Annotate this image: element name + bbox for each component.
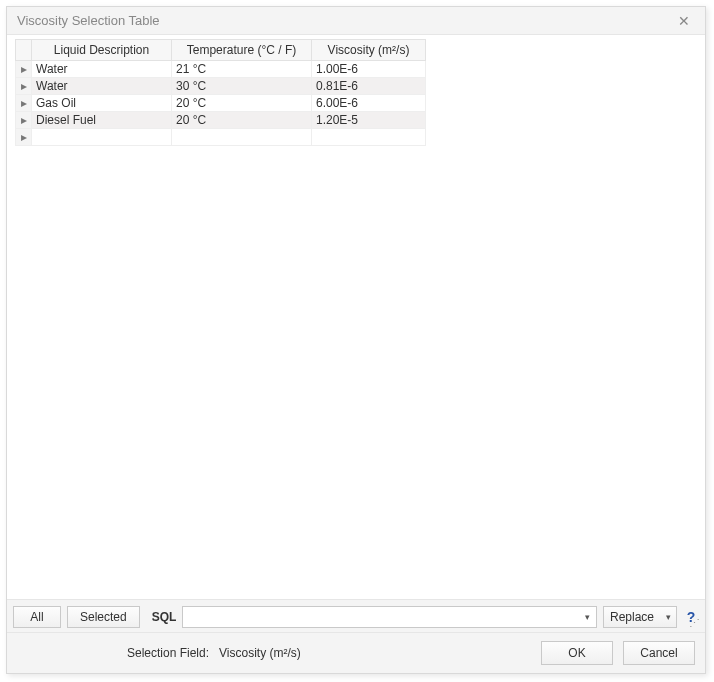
dialog-window: Viscosity Selection Table ✕ Liquid Descr…: [6, 6, 706, 674]
sql-input[interactable]: [183, 610, 580, 624]
row-selector-icon[interactable]: ▸: [16, 112, 32, 129]
col-liquid-description[interactable]: Liquid Description: [32, 40, 172, 61]
sql-label: SQL: [152, 610, 177, 624]
table-row-new[interactable]: ▸: [16, 129, 426, 146]
selected-button[interactable]: Selected: [67, 606, 140, 628]
table-row[interactable]: ▸Water21 °C1.00E-6: [16, 61, 426, 78]
window-title: Viscosity Selection Table: [17, 13, 669, 28]
cell-empty[interactable]: [32, 129, 172, 146]
table-row[interactable]: ▸Diesel Fuel20 °C1.20E-5: [16, 112, 426, 129]
selection-field-label: Selection Field:: [127, 646, 209, 660]
replace-dropdown[interactable]: Replace ▾: [603, 606, 677, 628]
close-button[interactable]: ✕: [669, 9, 699, 33]
viscosity-table[interactable]: Liquid Description Temperature (°C / F) …: [15, 39, 426, 146]
content-area: Liquid Description Temperature (°C / F) …: [7, 35, 705, 599]
cancel-button[interactable]: Cancel: [623, 641, 695, 665]
sql-input-wrapper[interactable]: ▾: [182, 606, 597, 628]
help-icon[interactable]: ?: [683, 609, 699, 625]
table-header-row: Liquid Description Temperature (°C / F) …: [16, 40, 426, 61]
cell-empty[interactable]: [172, 129, 312, 146]
ok-button[interactable]: OK: [541, 641, 613, 665]
chevron-down-icon[interactable]: ▾: [580, 612, 596, 622]
row-selector-icon[interactable]: ▸: [16, 95, 32, 112]
footer-bar: Selection Field: Viscosity (m²/s) OK Can…: [7, 632, 705, 673]
cell-temp[interactable]: 20 °C: [172, 95, 312, 112]
cell-desc[interactable]: Water: [32, 78, 172, 95]
close-icon: ✕: [678, 13, 690, 29]
chevron-down-icon: ▾: [660, 612, 676, 622]
table-row[interactable]: ▸Gas Oil20 °C6.00E-6: [16, 95, 426, 112]
row-header-blank: [16, 40, 32, 61]
col-temperature[interactable]: Temperature (°C / F): [172, 40, 312, 61]
selection-field-value: Viscosity (m²/s): [219, 646, 301, 660]
sql-bar: All Selected SQL ▾ Replace ▾ ? ⋰: [7, 599, 705, 632]
cell-desc[interactable]: Diesel Fuel: [32, 112, 172, 129]
cell-visc[interactable]: 1.20E-5: [312, 112, 426, 129]
cell-temp[interactable]: 21 °C: [172, 61, 312, 78]
cell-temp[interactable]: 20 °C: [172, 112, 312, 129]
row-selector-icon[interactable]: ▸: [16, 78, 32, 95]
cell-empty[interactable]: [312, 129, 426, 146]
cell-visc[interactable]: 1.00E-6: [312, 61, 426, 78]
cell-visc[interactable]: 6.00E-6: [312, 95, 426, 112]
row-selector-icon[interactable]: ▸: [16, 61, 32, 78]
cell-desc[interactable]: Water: [32, 61, 172, 78]
cell-visc[interactable]: 0.81E-6: [312, 78, 426, 95]
replace-label: Replace: [604, 610, 660, 624]
grid-area: Liquid Description Temperature (°C / F) …: [15, 37, 697, 599]
col-viscosity[interactable]: Viscosity (m²/s): [312, 40, 426, 61]
all-button[interactable]: All: [13, 606, 61, 628]
row-selector-icon[interactable]: ▸: [16, 129, 32, 146]
cell-temp[interactable]: 30 °C: [172, 78, 312, 95]
titlebar: Viscosity Selection Table ✕: [7, 7, 705, 35]
cell-desc[interactable]: Gas Oil: [32, 95, 172, 112]
table-row[interactable]: ▸Water30 °C0.81E-6: [16, 78, 426, 95]
